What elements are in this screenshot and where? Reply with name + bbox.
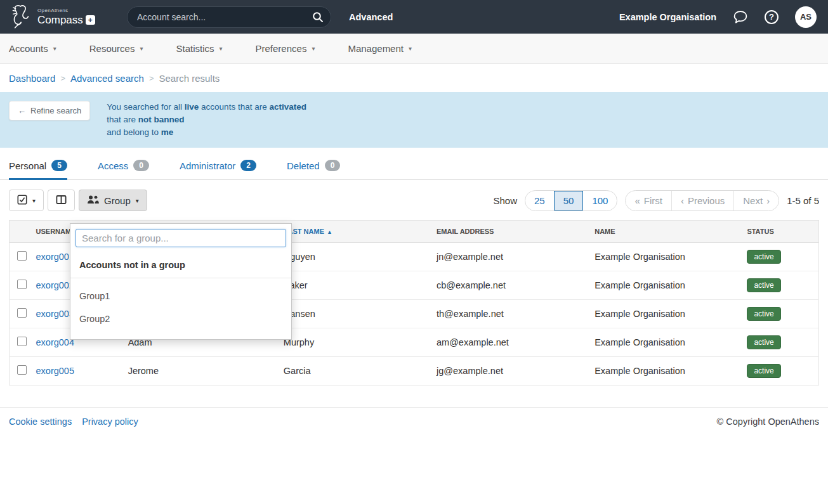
username-link[interactable]: exorg003 [36,309,74,319]
caret-down-icon: ▾ [32,197,36,204]
openathens-compass-logo[interactable]: OpenAthens Compass + [11,3,118,31]
first-page-button[interactable]: « First [626,191,671,210]
caret-down-icon: ▾ [409,45,412,52]
email-cell: jn@example.net [429,243,587,271]
show-label: Show [493,195,517,206]
email-cell: cb@example.net [429,271,587,300]
username-link[interactable]: exorg005 [36,366,74,376]
brand-compass: Compass [37,15,83,25]
status-badge: active [747,250,780,264]
status-badge: active [747,364,780,378]
tab-count-badge: 2 [240,160,256,171]
caret-down-icon: ▾ [312,45,315,52]
nav-preferences[interactable]: Preferences ▾ [256,43,315,54]
last-name-cell: Nguyen [276,243,429,271]
row-checkbox[interactable] [17,365,27,375]
last-name-cell: Hansen [276,300,429,328]
row-checkbox[interactable] [17,337,27,346]
caret-down-icon: ▾ [136,197,139,204]
account-type-tabs: Personal 5 Access 0 Administrator 2 Dele… [0,148,828,180]
results-range-label: 1-5 of 5 [787,195,819,206]
advanced-search-link[interactable]: Advanced [349,12,393,22]
account-search[interactable] [127,6,331,28]
breadcrumb-dashboard[interactable]: Dashboard [9,73,55,84]
caret-down-icon: ▾ [219,45,222,52]
page-size-group: 25 50 100 [525,190,617,211]
sort-ascending-icon: ▲ [327,229,332,235]
group-people-icon [87,195,99,206]
chevron-left-icon: ‹ [681,195,684,206]
help-icon[interactable]: ? [765,10,779,24]
tab-deleted[interactable]: Deleted 0 [287,160,340,180]
chevron-right-icon: › [766,195,770,206]
row-checkbox[interactable] [17,308,27,318]
org-name-cell: Example Organisation [587,357,739,385]
email-cell: th@example.net [429,300,587,328]
page-size-25[interactable]: 25 [525,191,554,210]
pager-group: « First ‹ Previous Next › [625,190,779,211]
privacy-policy-link[interactable]: Privacy policy [82,417,138,427]
tab-personal[interactable]: Personal 5 [9,160,67,180]
last-name-cell: Garcia [276,357,429,385]
plus-badge-icon: + [86,15,95,25]
avatar[interactable]: AS [795,6,817,28]
checkbox-checked-icon [17,195,27,207]
search-icon[interactable] [309,8,327,26]
search-summary-text: You searched for all live accounts that … [107,101,306,139]
org-name-cell: Example Organisation [587,300,739,328]
group-search-input[interactable] [76,229,286,247]
username-link[interactable]: exorg002 [36,280,74,290]
results-toolbar: ▾ Group ▾ Show 25 50 100 [9,190,819,211]
columns-button[interactable] [48,190,75,211]
group-option-no-group[interactable]: Accounts not in a group [70,252,291,278]
select-all-button[interactable]: ▾ [9,190,44,211]
openathens-owl-icon [11,3,33,31]
search-summary-panel: ← Refine search You searched for all liv… [0,92,828,148]
row-checkbox[interactable] [17,280,27,289]
status-badge: active [747,307,780,321]
username-link[interactable]: exorg004 [36,337,74,347]
caret-down-icon: ▾ [53,45,56,52]
cookie-settings-link[interactable]: Cookie settings [9,417,72,427]
column-header-name[interactable]: NAME [587,221,739,243]
page-footer: Cookie settings Privacy policy © Copyrig… [0,407,828,436]
tab-count-badge: 5 [51,160,67,171]
column-header-status[interactable]: STATUS [739,221,818,243]
row-checkbox[interactable] [17,251,27,261]
table-row: exorg005 Jerome Garcia jg@example.net Ex… [10,357,819,385]
nav-statistics[interactable]: Statistics ▾ [176,43,222,54]
copyright-text: © Copyright OpenAthens [717,417,819,427]
status-badge: active [747,335,780,349]
account-search-input[interactable] [137,12,309,22]
previous-page-button[interactable]: ‹ Previous [671,191,733,210]
header-checkbox-column [10,221,29,243]
org-name-cell: Example Organisation [587,271,739,300]
page-size-100[interactable]: 100 [583,191,617,210]
email-cell: jg@example.net [429,357,587,385]
nav-resources[interactable]: Resources ▾ [89,43,143,54]
column-header-last-name[interactable]: LAST NAME▲ [276,221,429,243]
tab-access[interactable]: Access 0 [98,160,149,180]
brand-openathens: OpenAthens [37,8,95,13]
column-header-email[interactable]: EMAIL ADDRESS [429,221,587,243]
group-option-group2[interactable]: Group2 [70,307,291,330]
org-name-cell: Example Organisation [587,243,739,271]
username-link[interactable]: exorg001 [36,252,74,262]
group-button[interactable]: Group ▾ [79,190,147,211]
refine-search-button[interactable]: ← Refine search [9,101,90,120]
nav-accounts[interactable]: Accounts ▾ [9,43,56,54]
chat-icon[interactable] [733,10,748,24]
tab-count-badge: 0 [133,160,149,171]
next-page-button[interactable]: Next › [733,191,779,210]
breadcrumb-search-results: Search results [159,73,220,84]
columns-icon [56,195,67,207]
nav-management[interactable]: Management ▾ [348,43,412,54]
breadcrumb-separator-icon: > [149,74,154,83]
breadcrumb-separator-icon: > [60,74,65,83]
tab-count-badge: 0 [325,160,341,171]
breadcrumb-advanced-search[interactable]: Advanced search [70,73,144,84]
tab-administrator[interactable]: Administrator 2 [180,160,256,180]
group-option-group1[interactable]: Group1 [70,285,291,307]
arrow-left-icon: ← [18,106,26,115]
page-size-50[interactable]: 50 [554,191,584,210]
